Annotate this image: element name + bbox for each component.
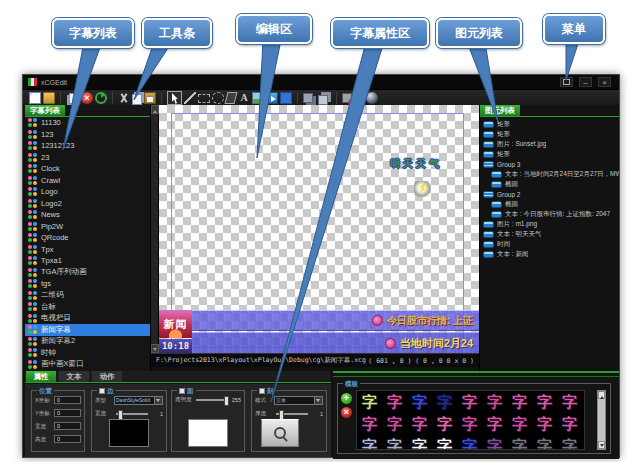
- opacity-slider[interactable]: [196, 399, 226, 401]
- group-icon[interactable]: [303, 93, 313, 103]
- animation-icon[interactable]: [266, 92, 278, 104]
- element-list-item[interactable]: 图片 : Sunset.jpg: [480, 139, 619, 149]
- template-glyph-cell[interactable]: 字: [357, 435, 382, 450]
- face-color-swatch[interactable]: [188, 419, 228, 447]
- element-list-item[interactable]: 矩形: [480, 129, 619, 139]
- template-glyph-cell[interactable]: 字: [557, 391, 582, 413]
- subtitle-list-item[interactable]: 画中画X窗口: [25, 359, 150, 371]
- border-checkbox[interactable]: [99, 388, 105, 394]
- thickness-slider[interactable]: [276, 413, 308, 415]
- rectangle-icon[interactable]: [198, 94, 210, 103]
- template-glyph-cell[interactable]: 字: [382, 435, 407, 450]
- template-glyph-cell[interactable]: 字: [357, 391, 382, 413]
- canvas-ticker-2[interactable]: 当地时间2月24: [192, 332, 479, 353]
- template-glyph-cell[interactable]: 字: [557, 435, 582, 450]
- emboss-mode-select[interactable]: 立体: [274, 396, 323, 405]
- subtitle-list-item[interactable]: Logo2: [25, 198, 150, 210]
- element-list-item[interactable]: Group 3: [480, 159, 619, 169]
- subtitle-list-item[interactable]: 二维码: [25, 290, 150, 302]
- canvas-news-logo[interactable]: 新闻: [159, 310, 192, 338]
- face-checkbox[interactable]: [179, 388, 185, 394]
- element-list-item[interactable]: 椭圆: [480, 179, 619, 189]
- subtitle-list-item[interactable]: 电视栏目: [25, 313, 150, 325]
- element-list-item[interactable]: Group 2: [480, 189, 619, 199]
- ellipse-icon[interactable]: [212, 92, 224, 104]
- polygon-icon[interactable]: [225, 92, 238, 104]
- element-list-item[interactable]: 矩形: [480, 149, 619, 159]
- template-glyph-cell[interactable]: 字: [557, 413, 582, 435]
- element-list-item[interactable]: 文本 : 今日股市行情: 上证指数: 2047: [480, 209, 619, 219]
- subtitle-list-item[interactable]: Tpxa1: [25, 255, 150, 267]
- subtitle-list-item[interactable]: 新闻字幕2: [25, 336, 150, 348]
- text-icon[interactable]: [238, 92, 250, 104]
- new-file-icon[interactable]: [29, 92, 41, 104]
- y-input[interactable]: 0: [54, 409, 81, 417]
- subtitle-list-item[interactable]: Logo: [25, 186, 150, 198]
- template-glyph-cell[interactable]: 字: [457, 435, 482, 450]
- subtitle-list-item[interactable]: 新闻字幕: [25, 324, 150, 336]
- border-color-swatch[interactable]: [109, 419, 149, 447]
- element-list-item[interactable]: 图片 : m1.png: [480, 219, 619, 229]
- canvas-clock[interactable]: 10:18: [159, 339, 192, 353]
- element-list-item[interactable]: 文本 : 当地时间2月24日至2月27日，MWC 20: [480, 169, 619, 179]
- subtitle-list-item[interactable]: 时钟: [25, 347, 150, 359]
- subtitle-list-item[interactable]: 台标: [25, 301, 150, 313]
- subtitle-list-item[interactable]: TGA序列动画: [25, 267, 150, 279]
- preview-button[interactable]: [261, 419, 299, 447]
- scroll-up-icon[interactable]: [598, 391, 605, 399]
- cut-icon[interactable]: [118, 92, 130, 104]
- open-folder-icon[interactable]: [43, 92, 55, 104]
- refresh-icon[interactable]: [95, 92, 107, 104]
- close-button[interactable]: ×: [598, 77, 611, 87]
- image-icon[interactable]: [252, 92, 264, 104]
- subtitle-list-item[interactable]: tgs: [25, 278, 150, 290]
- slider-thumb[interactable]: [118, 410, 123, 420]
- subtitle-list-item[interactable]: Pip2W: [25, 221, 150, 233]
- minimize-button[interactable]: –: [579, 77, 592, 87]
- template-glyph-cell[interactable]: 字: [382, 391, 407, 413]
- select-icon[interactable]: [167, 91, 182, 105]
- border-type-select[interactable]: DashStyleSolid: [114, 396, 163, 405]
- line-icon[interactable]: [184, 92, 196, 104]
- paste-icon[interactable]: [144, 92, 156, 104]
- subtitle-list-item[interactable]: 11130: [25, 117, 150, 129]
- fill-square-icon[interactable]: [280, 92, 292, 104]
- chevron-down-icon[interactable]: [315, 396, 323, 405]
- template-glyph-cell[interactable]: 字: [407, 391, 432, 413]
- copy-icon[interactable]: [132, 94, 142, 105]
- edit-area-scrollbar[interactable]: [151, 105, 159, 353]
- ungroup-icon[interactable]: [318, 95, 328, 105]
- delete-template-button[interactable]: ×: [341, 407, 352, 418]
- height-input[interactable]: 0: [54, 435, 81, 443]
- template-glyph-cell[interactable]: 字: [507, 435, 532, 450]
- template-glyph-cell[interactable]: 字: [532, 435, 557, 450]
- add-template-button[interactable]: +: [341, 393, 352, 404]
- template-glyph-cell[interactable]: 字: [432, 413, 457, 435]
- template-glyph-cell[interactable]: 字: [507, 391, 532, 413]
- tab-properties[interactable]: 属性: [26, 371, 56, 382]
- subtitle-list-item[interactable]: 12312123: [25, 140, 150, 152]
- template-glyph-cell[interactable]: 字: [457, 391, 482, 413]
- emboss-checkbox[interactable]: [259, 388, 265, 394]
- subtitle-list-item[interactable]: News: [25, 209, 150, 221]
- template-glyph-cell[interactable]: 字: [382, 413, 407, 435]
- scroll-up-icon[interactable]: [151, 105, 159, 114]
- element-list-item[interactable]: 矩形: [480, 119, 619, 129]
- send-back-icon[interactable]: [354, 93, 364, 103]
- slider-thumb[interactable]: [224, 396, 229, 406]
- template-glyph-cell[interactable]: 字: [482, 413, 507, 435]
- element-list-item[interactable]: 椭圆: [480, 199, 619, 209]
- sphere-icon[interactable]: [366, 92, 378, 104]
- template-scrollbar[interactable]: [597, 390, 606, 450]
- subtitle-list-item[interactable]: 123: [25, 129, 150, 141]
- x-input[interactable]: 0: [54, 396, 81, 404]
- template-glyph-cell[interactable]: 字: [532, 413, 557, 435]
- slider-thumb[interactable]: [279, 410, 284, 420]
- subtitle-list-item[interactable]: Crawl: [25, 175, 150, 187]
- element-list-item[interactable]: 时间: [480, 239, 619, 249]
- scroll-down-icon[interactable]: [151, 344, 159, 353]
- template-glyph-cell[interactable]: 字: [432, 435, 457, 450]
- border-width-slider[interactable]: [116, 413, 148, 415]
- template-glyph-cell[interactable]: 字: [407, 413, 432, 435]
- template-glyph-cell[interactable]: 字: [407, 435, 432, 450]
